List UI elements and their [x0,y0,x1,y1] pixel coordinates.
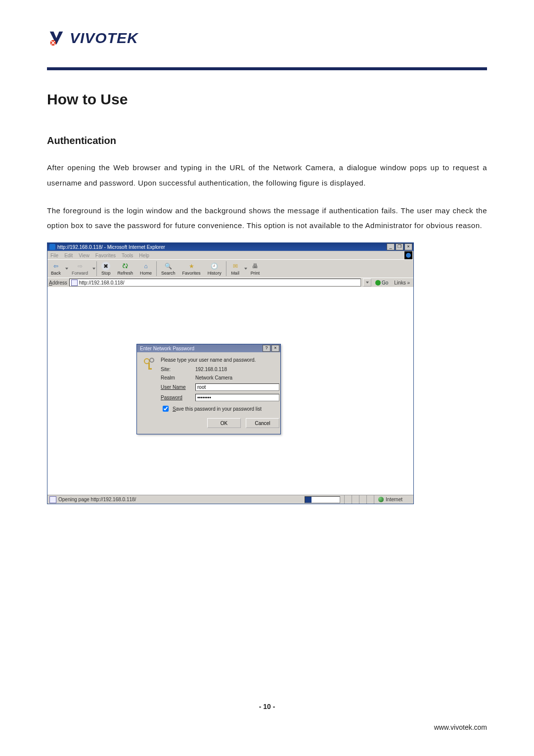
nav-favorites-label: Favorites [182,271,201,276]
save-password-option[interactable]: Save this password in your password list [161,404,279,413]
cancel-button[interactable]: Cancel [246,418,279,428]
svg-rect-3 [148,368,152,370]
window-title: http://192.168.0.118/ - Microsoft Intern… [57,244,165,250]
password-input[interactable] [195,394,279,401]
section-paragraph-1: After opening the Web browser and typing… [47,160,487,191]
menubar: File Edit View Favorites Tools Help [47,251,413,259]
refresh-icon: 🗘 [121,262,130,271]
realm-label: Realm [161,375,195,380]
menu-edit[interactable]: Edit [64,253,73,258]
address-value: http://192.168.0.118/ [79,280,125,285]
page-number: - 10 - [0,703,534,710]
nav-search-label: Search [161,271,176,276]
header-divider [47,67,487,70]
search-icon: 🔍 [164,262,173,271]
status-text: Opening page http://192.168.0.118/ [58,497,305,502]
history-icon: 🕘 [210,262,219,271]
username-input[interactable] [195,383,279,391]
chevron-down-icon [366,282,369,284]
password-label: Password [161,395,195,400]
keys-icon [143,357,156,372]
window-titlebar: http://192.168.0.118/ - Microsoft Intern… [47,243,413,251]
page-viewport: Enter Network Password ? × Please type y… [47,287,413,495]
page-icon [71,280,78,286]
brand-name: VIVOTEK [70,30,138,47]
favorites-icon: ★ [187,262,196,271]
page-icon [49,496,56,503]
nav-forward-button[interactable]: ⇨ Forward [68,260,91,278]
site-value: 192.168.0.118 [195,367,227,372]
toolbar-separator [96,261,97,276]
window-restore-button[interactable]: ❐ [396,243,403,250]
home-icon: ⌂ [141,262,150,271]
dialog-titlebar: Enter Network Password ? × [137,344,280,352]
section-title: Authentication [47,135,487,146]
address-dropdown-button[interactable] [363,279,371,286]
dialog-close-button[interactable]: × [271,345,279,352]
brand-logo: VIVOTEK [47,29,487,47]
nav-refresh-label: Refresh [118,271,134,276]
toolbar: ⇦ Back ⇨ Forward ✖ Stop 🗘 Refresh ⌂ Home [47,259,413,278]
internet-zone-icon [378,497,384,502]
section-paragraph-2: The foreground is the login window and t… [47,203,487,234]
vivotek-mark-icon [47,29,66,47]
auth-dialog: Enter Network Password ? × Please type y… [136,344,281,434]
page-title: How to Use [47,91,487,108]
menu-favorites[interactable]: Favorites [95,253,116,258]
nav-home-label: Home [140,271,152,276]
svg-point-4 [150,358,154,362]
nav-history-label: History [208,271,222,276]
toolbar-separator [226,261,226,276]
stop-icon: ✖ [101,262,110,271]
footer-url: www.vivotek.com [434,723,487,731]
site-label: Site: [161,367,195,372]
forward-arrow-icon: ⇨ [76,262,85,271]
menu-view[interactable]: View [79,253,89,258]
save-password-label: Save this password in your password list [173,406,262,412]
nav-stop-label: Stop [101,271,111,276]
save-password-checkbox[interactable] [163,406,169,412]
nav-search-button[interactable]: 🔍 Search [158,260,179,278]
menu-file[interactable]: File [50,253,58,258]
window-close-button[interactable]: × [404,243,412,250]
dialog-help-button[interactable]: ? [263,345,270,352]
dialog-title: Enter Network Password [140,346,194,351]
mail-icon: ✉ [231,262,240,271]
nav-stop-button[interactable]: ✖ Stop [98,260,114,278]
menu-help[interactable]: Help [139,253,149,258]
print-icon: 🖶 [251,262,260,271]
address-label: Address [49,280,67,285]
ie-throbber-icon [404,251,412,259]
ie-window: http://192.168.0.118/ - Microsoft Intern… [47,242,414,504]
links-button[interactable]: Links » [392,280,412,285]
nav-refresh-button[interactable]: 🗘 Refresh [114,260,137,278]
address-bar: Address http://192.168.0.118/ Go Links » [47,278,413,287]
go-icon [375,280,381,285]
nav-home-button[interactable]: ⌂ Home [136,260,155,278]
nav-mail-button[interactable]: ✉ Mail [227,260,243,278]
nav-print-label: Print [251,271,260,276]
menu-tools[interactable]: Tools [122,253,133,258]
ok-button[interactable]: OK [207,418,241,428]
nav-favorites-button[interactable]: ★ Favorites [179,260,204,278]
nav-print-button[interactable]: 🖶 Print [247,260,264,278]
go-button[interactable]: Go [373,280,390,285]
nav-back-button[interactable]: ⇦ Back [47,260,64,278]
chevron-down-icon[interactable] [92,268,95,270]
nav-mail-label: Mail [231,271,239,276]
progress-bar [305,496,340,503]
zone-label: Internet [386,497,402,502]
ie-logo-icon [49,244,55,250]
dialog-prompt: Please type your user name and password. [161,357,279,363]
back-arrow-icon: ⇦ [51,262,60,271]
realm-value: Network Camera [195,375,232,380]
toolbar-separator [156,261,157,276]
security-zone: Internet [374,495,413,504]
nav-back-label: Back [51,271,61,276]
nav-history-button[interactable]: 🕘 History [204,260,225,278]
nav-forward-label: Forward [72,271,88,276]
go-label: Go [382,280,388,285]
address-field[interactable]: http://192.168.0.118/ [69,279,361,286]
window-minimize-button[interactable]: _ [387,243,395,250]
username-label: User Name [161,384,195,390]
